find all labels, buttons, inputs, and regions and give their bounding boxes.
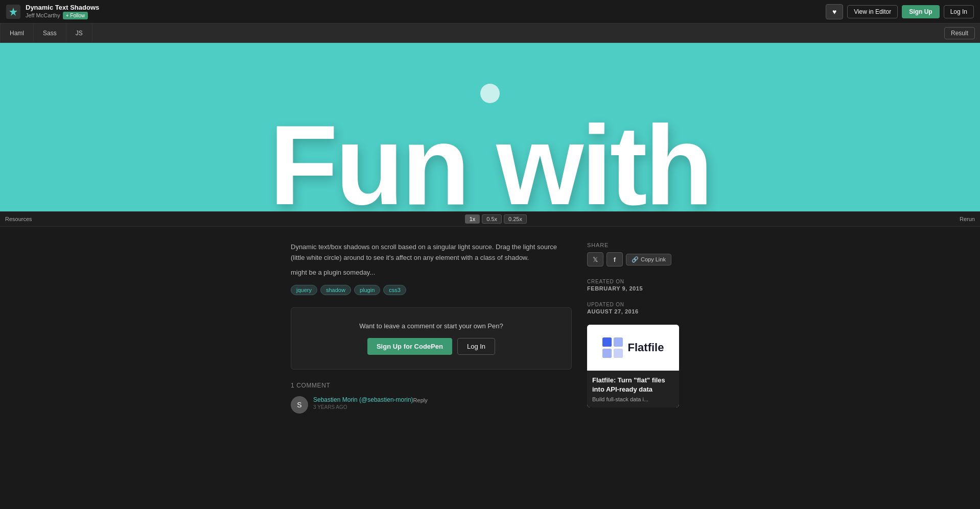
copy-link-button[interactable]: 🔗 Copy Link (626, 254, 671, 265)
svg-rect-3 (613, 348, 622, 357)
pen-title: Dynamic Text Shadows (26, 4, 99, 12)
link-icon: 🔗 (632, 256, 639, 263)
tab-js[interactable]: JS (66, 23, 92, 42)
reply-button[interactable]: Reply (413, 397, 428, 403)
tab-sass[interactable]: Sass (34, 23, 66, 42)
nav-left: Dynamic Text Shadows Jeff McCarthy + Fol… (6, 4, 99, 19)
ad-title: Flatfile: Turn "flat" files into API-rea… (592, 376, 674, 394)
resources-bar: Resources 1x 0.5x 0.25x Rerun (0, 211, 980, 227)
top-nav: Dynamic Text Shadows Jeff McCarthy + Fol… (0, 0, 980, 23)
comment-author[interactable]: Sebastien Morin (@sebastien-morin) (313, 396, 413, 403)
signup-codepen-button[interactable]: Sign Up for CodePen (367, 338, 452, 355)
ad-card[interactable]: Flatfile Flatfile: Turn "flat" files int… (587, 325, 679, 407)
zoom-controls: 1x 0.5x 0.25x (465, 214, 527, 224)
resources-label[interactable]: Resources (5, 216, 32, 222)
created-label: Created on (587, 279, 689, 284)
comment-header-row: Sebastien Morin (@sebastien-morin) Reply (313, 396, 428, 404)
login-button[interactable]: Log In (944, 5, 974, 18)
comments-header: 1 COMMENT (291, 382, 572, 389)
ad-desc: Build full-stack data i... (592, 396, 674, 402)
rerun-button[interactable]: Rerun (960, 216, 975, 222)
pen-title-group: Dynamic Text Shadows Jeff McCarthy + Fol… (26, 4, 99, 19)
author-name: Jeff McCarthy (26, 12, 60, 18)
flatfile-logo: Flatfile (602, 337, 664, 358)
created-section: Created on FEBRUARY 9, 2015 (587, 279, 689, 292)
share-label: SHARE (587, 242, 689, 248)
twitter-icon: 𝕏 (593, 256, 598, 263)
preview-area: Fun with (0, 43, 980, 211)
preview-text: Fun with (0, 109, 980, 211)
svg-rect-2 (602, 348, 612, 357)
copy-link-label: Copy Link (641, 256, 666, 262)
zoom-1x-button[interactable]: 1x (465, 214, 480, 224)
share-section: SHARE 𝕏 f 🔗 Copy Link (587, 242, 689, 266)
follow-button[interactable]: + Follow (63, 12, 88, 19)
comments-section: 1 COMMENT S Sebastien Morin (@sebastien-… (291, 382, 572, 414)
comment-body: Sebastien Morin (@sebastien-morin) Reply… (313, 396, 428, 410)
description-text: Dynamic text/box shadows on scroll based… (291, 242, 572, 263)
tab-bar: Haml Sass JS Result (0, 23, 980, 43)
flatfile-icon (602, 337, 623, 358)
site-logo (6, 5, 20, 19)
share-buttons: 𝕏 f 🔗 Copy Link (587, 252, 689, 266)
updated-label: Updated on (587, 302, 689, 307)
twitter-share-button[interactable]: 𝕏 (587, 252, 603, 266)
facebook-share-button[interactable]: f (606, 252, 623, 266)
comment-avatar: S (291, 396, 308, 414)
updated-section: Updated on AUGUST 27, 2016 (587, 302, 689, 314)
result-button[interactable]: Result (944, 27, 975, 39)
tag-css3[interactable]: css3 (383, 285, 406, 295)
tag-jquery[interactable]: jquery (291, 285, 317, 295)
comment-actions: Sign Up for CodePen Log In (301, 338, 561, 355)
view-editor-button[interactable]: View in Editor (847, 5, 898, 18)
tabs-left: Haml Sass JS (0, 23, 92, 42)
heart-button[interactable]: ♥ (826, 4, 843, 19)
svg-rect-0 (602, 337, 612, 347)
nav-right: ♥ View in Editor Sign Up Log In (826, 4, 974, 19)
flatfile-brand-name: Flatfile (628, 341, 664, 354)
tags-list: jquery shadow plugin css3 (291, 285, 572, 295)
zoom-05x-button[interactable]: 0.5x (482, 214, 502, 224)
updated-date: AUGUST 27, 2016 (587, 308, 689, 314)
signup-button[interactable]: Sign Up (902, 5, 939, 18)
light-source[interactable] (480, 84, 500, 103)
ad-body: Flatfile: Turn "flat" files into API-rea… (587, 371, 679, 407)
tabs-right: Result (944, 27, 980, 39)
tag-shadow[interactable]: shadow (320, 285, 351, 295)
created-date: FEBRUARY 9, 2015 (587, 285, 689, 292)
tab-haml[interactable]: Haml (0, 23, 34, 42)
login-codepen-button[interactable]: Log In (457, 338, 495, 355)
description-text-2: might be a plugin someday... (291, 268, 572, 278)
comment-time: 3 YEARS AGO (313, 404, 428, 410)
comment-item: S Sebastien Morin (@sebastien-morin) Rep… (291, 396, 572, 414)
comment-prompt: Want to leave a comment or start your ow… (291, 307, 572, 370)
ad-image: Flatfile (587, 325, 679, 371)
heart-icon: ♥ (832, 8, 836, 16)
main-content: Dynamic text/box shadows on scroll based… (291, 242, 587, 416)
comment-prompt-text: Want to leave a comment or start your ow… (301, 322, 561, 330)
sidebar: SHARE 𝕏 f 🔗 Copy Link Created on FEBRUAR… (587, 242, 689, 416)
facebook-icon: f (614, 256, 616, 263)
pen-author-row: Jeff McCarthy + Follow (26, 12, 99, 19)
tag-plugin[interactable]: plugin (354, 285, 380, 295)
zoom-025x-button[interactable]: 0.25x (504, 214, 527, 224)
svg-rect-1 (613, 337, 622, 347)
content-area: Dynamic text/box shadows on scroll based… (0, 227, 980, 431)
